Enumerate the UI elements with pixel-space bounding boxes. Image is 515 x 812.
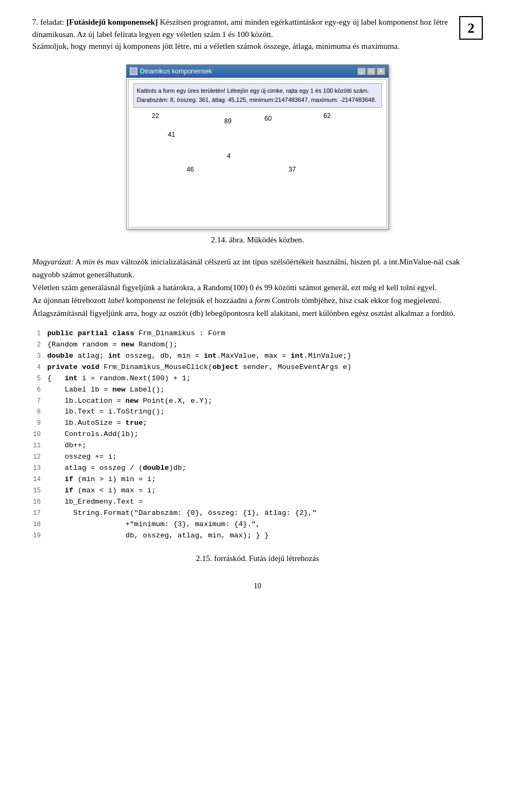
exp-min: min: [83, 257, 95, 266]
exp-italic: Magyarázat:: [32, 257, 74, 266]
explanation-p4: Átlagszámításnál figyeljünk arra, hogy a…: [32, 307, 483, 320]
code-text-15: if (max < i) max = i;: [47, 485, 156, 497]
line-num-16: 16: [32, 497, 47, 507]
line-num-5: 5: [32, 374, 47, 384]
line-num-2: 2: [32, 340, 47, 350]
code-line-17: 17 String.Format("Darabszám: {0}, összeg…: [32, 508, 483, 519]
code-text-1: public partial class Frm_Dinamikus : For…: [47, 328, 225, 339]
window-titlebar: Dinamikus komponensek _ □ ✕: [127, 65, 388, 78]
task-bold: [Futásidejű komponensek]: [67, 18, 158, 26]
page-number-box: 2: [459, 16, 483, 40]
label-item-4: 4: [227, 151, 231, 161]
exp-p3-mid: komponenst ne felejtsük el hozzáadni a: [124, 296, 255, 305]
exp-label-word: label: [108, 296, 124, 305]
code-text-8: lb.Text = i.ToString();: [47, 407, 165, 418]
line-num-12: 12: [32, 452, 47, 462]
line-num-7: 7: [32, 396, 47, 407]
label-item-60: 60: [264, 114, 271, 123]
exp-form-word: form: [255, 296, 270, 305]
screenshot-container: Dinamikus komponensek _ □ ✕ Kattints a f…: [32, 64, 483, 230]
info-line-1: Kattints a form egy üres területén! Létr…: [137, 86, 378, 95]
code-line-7: 7 lb.Location = new Point(e.X, e.Y);: [32, 396, 483, 407]
exp-p3-pre: Az újonnan létrehozott: [32, 296, 108, 305]
code-line-6: 6 Label lb = new Label();: [32, 385, 483, 396]
code-text-7: lb.Location = new Point(e.X, e.Y);: [47, 396, 212, 407]
code-line-5: 5 { int i = random.Next(100) + 1;: [32, 373, 483, 385]
header-text: 7. feladat: [Futásidejű komponensek] Kés…: [32, 16, 454, 53]
line-num-8: 8: [32, 407, 47, 417]
code-line-19: 19 db, osszeg, atlag, min, max); } }: [32, 530, 483, 542]
code-text-17: String.Format("Darabszám: {0}, összeg: {…: [47, 508, 317, 519]
code-line-4: 4 private void Frm_Dinamikus_MouseClick(…: [32, 362, 483, 373]
code-line-15: 15 if (max < i) max = i;: [32, 485, 483, 497]
code-line-3: 3 double atlag; int osszeg, db, min = in…: [32, 351, 483, 362]
label-item-46: 46: [187, 165, 194, 174]
window-title-text: Dinamikus komponensek: [140, 67, 212, 76]
page-header: 7. feladat: [Futásidejű komponensek] Kés…: [32, 16, 483, 53]
line-num-15: 15: [32, 486, 47, 496]
source-caption-text: 2.15. forráskód. Futás idejű létrehozás: [196, 554, 319, 563]
code-text-3: double atlag; int osszeg, db, min = int.…: [47, 351, 351, 362]
code-line-1: 1 public partial class Frm_Dinamikus : F…: [32, 328, 483, 339]
labels-area: 22 41 89 4 60 46 37 62: [133, 111, 382, 224]
fig-caption-text: 2.14. ábra. Működés közben.: [211, 235, 304, 244]
line-num-9: 9: [32, 418, 47, 429]
minimize-button[interactable]: _: [357, 68, 366, 75]
code-line-18: 18 +"minimum: {3}, maximum: {4}.",: [32, 519, 483, 530]
task-text2: Az új label felirata legyen egy véletlen…: [77, 30, 273, 39]
exp-max: max: [106, 257, 119, 266]
code-text-11: db++;: [47, 440, 86, 452]
line-num-14: 14: [32, 475, 47, 485]
explanation-p2: Véletlen szám generálásnál figyeljünk a …: [32, 281, 483, 294]
exp-and: és: [95, 257, 106, 266]
window-title-icon: [130, 68, 137, 75]
maximize-button[interactable]: □: [367, 68, 376, 75]
line-num-6: 6: [32, 385, 47, 395]
task-label: 7. feladat:: [32, 18, 64, 26]
window-info-bar: Kattints a form egy üres területén! Létr…: [133, 83, 382, 108]
code-text-19: db, osszeg, atlag, min, max); } }: [47, 530, 269, 542]
code-text-4: private void Frm_Dinamikus_MouseClick(ob…: [47, 362, 351, 373]
line-num-4: 4: [32, 363, 47, 373]
line-num-13: 13: [32, 463, 47, 474]
label-item-41: 41: [168, 130, 175, 139]
label-item-22: 22: [152, 111, 159, 121]
exp-text1: A: [74, 257, 83, 266]
code-text-6: Label lb = new Label();: [47, 385, 165, 396]
code-line-8: 8 lb.Text = i.ToString();: [32, 407, 483, 418]
app-window: Dinamikus komponensek _ □ ✕ Kattints a f…: [126, 64, 389, 230]
code-text-2: {Random random = new Random();: [47, 339, 178, 351]
code-text-10: Controls.Add(lb);: [47, 429, 138, 440]
window-controls[interactable]: _ □ ✕: [357, 68, 385, 75]
line-num-18: 18: [32, 520, 47, 530]
window-content[interactable]: Kattints a form egy üres területén! Létr…: [128, 79, 387, 227]
code-text-12: osszeg += i;: [47, 452, 117, 463]
code-line-9: 9 lb.AutoSize = true;: [32, 418, 483, 429]
close-button[interactable]: ✕: [377, 68, 385, 75]
task-text3: Számoljuk, hogy mennyi új komponens jött…: [32, 42, 400, 50]
page-number: 2: [468, 18, 475, 39]
line-num-11: 11: [32, 441, 47, 451]
code-line-14: 14 if (min > i) min = i;: [32, 474, 483, 485]
code-line-11: 11 db++;: [32, 440, 483, 452]
explanation-p3: Az újonnan létrehozott label komponenst …: [32, 294, 483, 307]
explanation-p1: Magyarázat: A min és max változók inicia…: [32, 255, 483, 281]
line-num-19: 19: [32, 531, 47, 541]
code-line-12: 12 osszeg += i;: [32, 452, 483, 463]
explanation: Magyarázat: A min és max változók inicia…: [32, 255, 483, 320]
code-text-5: { int i = random.Next(100) + 1;: [47, 373, 190, 385]
label-item-89: 89: [224, 116, 231, 126]
info-line-2: Darabszám: 8, összeg: 361, átlag: 45,125…: [137, 95, 378, 105]
label-item-37: 37: [289, 165, 296, 174]
fig-caption: 2.14. ábra. Működés közben.: [32, 234, 483, 246]
label-item-62: 62: [323, 111, 330, 121]
code-block: 1 public partial class Frm_Dinamikus : F…: [32, 328, 483, 542]
line-num-17: 17: [32, 508, 47, 519]
line-num-1: 1: [32, 329, 47, 339]
code-text-9: lb.AutoSize = true;: [47, 418, 147, 429]
line-num-10: 10: [32, 430, 47, 440]
line-num-3: 3: [32, 351, 47, 361]
source-caption: 2.15. forráskód. Futás idejű létrehozás: [32, 552, 483, 565]
code-text-13: atlag = osszeg / (double)db;: [47, 463, 186, 474]
code-line-2: 2 {Random random = new Random();: [32, 339, 483, 351]
